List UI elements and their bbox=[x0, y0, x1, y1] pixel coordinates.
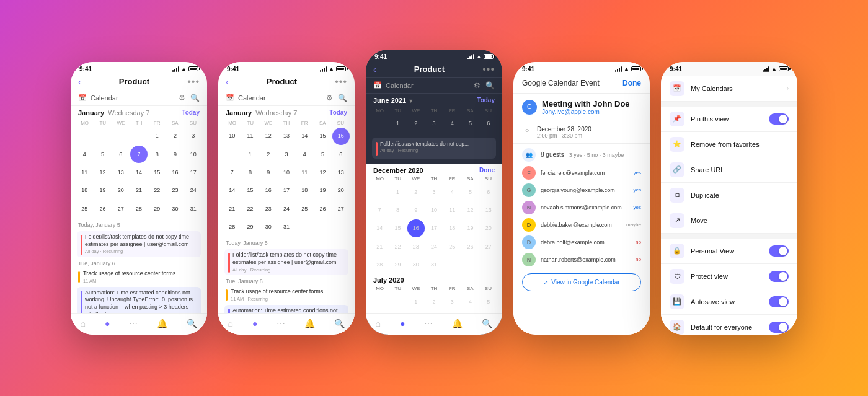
settings-row-default-all[interactable]: 🏠 Default for everyone bbox=[661, 315, 797, 335]
today-btn[interactable]: Today bbox=[329, 109, 347, 116]
task-item[interactable]: Track usage of resource center forms 11 … bbox=[71, 268, 207, 286]
done-btn[interactable]: Done bbox=[479, 167, 495, 174]
home-nav[interactable]: ⌂ bbox=[376, 319, 381, 328]
pin-toggle[interactable] bbox=[769, 113, 789, 125]
settings-row-protect[interactable]: 🛡 Protect view bbox=[661, 264, 797, 289]
battery-icon bbox=[336, 66, 346, 71]
more-button[interactable]: ••• bbox=[187, 76, 200, 87]
event-time: 2:00 pm - 3:30 pm bbox=[537, 133, 591, 139]
guest-status: yes bbox=[634, 187, 641, 193]
today-btn-dark[interactable]: Today bbox=[477, 97, 495, 103]
event-header: Google Calendar Event Done bbox=[513, 74, 650, 91]
signal-icon bbox=[320, 66, 327, 72]
bell-nav[interactable]: 🔔 bbox=[452, 319, 463, 328]
event-title-row: G Meeting with John Doe Jony.Ive@apple.c… bbox=[513, 95, 650, 119]
month-nav-light: December 2020 Done bbox=[366, 164, 502, 175]
search-nav[interactable]: 🔍 bbox=[482, 319, 492, 328]
calendar-label: Calendar bbox=[386, 82, 470, 89]
guests-header: 👥 8 guests 3 yes · 5 no · 3 maybe bbox=[513, 146, 650, 164]
task-item[interactable]: Folder/list/task templates do not copy t… bbox=[77, 231, 201, 257]
back-button[interactable]: ‹ bbox=[78, 77, 81, 87]
autosave-toggle[interactable] bbox=[769, 296, 789, 307]
header-title: Product bbox=[267, 77, 297, 86]
calendar-nav[interactable]: ● bbox=[105, 319, 110, 328]
protect-toggle[interactable] bbox=[769, 271, 789, 282]
bell-nav[interactable]: 🔔 bbox=[157, 319, 167, 328]
chevron-icon: › bbox=[787, 85, 789, 92]
guest-status: no bbox=[636, 257, 641, 262]
guest-row: N nathan.roberts@example.com no bbox=[513, 251, 650, 268]
guest-email: debra.holt@example.com bbox=[541, 239, 631, 245]
guest-row: G georgia.young@example.com yes bbox=[513, 182, 650, 199]
settings-label: Duplicate bbox=[691, 191, 789, 199]
more-button[interactable]: ••• bbox=[482, 64, 495, 75]
search-icon[interactable]: 🔍 bbox=[485, 81, 495, 90]
search-nav[interactable]: 🔍 bbox=[187, 319, 197, 328]
event-date: December 28, 2020 bbox=[537, 126, 591, 133]
signal-icon bbox=[467, 54, 474, 59]
today-btn[interactable]: Today bbox=[182, 109, 200, 116]
guest-avatar: G bbox=[522, 183, 536, 197]
day-row-1: MOTUWETHFRSASU bbox=[71, 120, 207, 126]
task-item[interactable]: Automation: Time estimated conditions no… bbox=[224, 305, 348, 313]
day-row-dark: MOTUWETHFRSASU bbox=[366, 107, 502, 114]
settings-row-share[interactable]: 🔗 Share URL bbox=[661, 157, 797, 183]
dark-section: 9:41 ▲ ‹ Product ••• 📅 Calendar bbox=[366, 50, 502, 164]
guest-avatar: N bbox=[522, 201, 536, 214]
apps-nav[interactable]: ⋯ bbox=[424, 319, 433, 328]
calendar-nav[interactable]: ● bbox=[252, 319, 257, 328]
move-icon: ↗ bbox=[670, 213, 684, 228]
view-gcal-text: View in Google Calendar bbox=[551, 279, 619, 286]
shield-icon: 🛡 bbox=[670, 269, 684, 284]
view-gcal-btn[interactable]: ↗ View in Google Calendar bbox=[522, 273, 641, 291]
month-label-dark: June 2021 ▼ bbox=[373, 97, 414, 104]
task-item[interactable]: Folder/list/task templates do not copy t… bbox=[224, 249, 348, 275]
battery-icon bbox=[779, 66, 789, 71]
settings-row-duplicate[interactable]: ⧉ Duplicate bbox=[661, 183, 797, 208]
search-icon[interactable]: 🔍 bbox=[190, 94, 200, 102]
guest-email: nathan.roberts@example.com bbox=[541, 257, 631, 263]
apps-nav[interactable]: ⋯ bbox=[277, 319, 285, 328]
wifi-icon: ▲ bbox=[624, 66, 629, 72]
task-item[interactable]: Track usage of resource center forms 11 … bbox=[218, 286, 355, 304]
settings-row-move[interactable]: ↗ Move bbox=[661, 208, 797, 234]
filter-icon[interactable]: ⚙ bbox=[326, 94, 333, 102]
more-button[interactable]: ••• bbox=[335, 76, 347, 87]
settings-list: 📅 My Calendars › 📌 Pin this view ⭐ Remov… bbox=[661, 74, 797, 335]
settings-row-calendars[interactable]: 📅 My Calendars › bbox=[661, 76, 797, 102]
sub-header-1: 📅 Calendar ⚙ 🔍 bbox=[71, 90, 207, 106]
wifi-icon: ▲ bbox=[771, 66, 777, 72]
settings-row-personal[interactable]: 🔒 Personal View bbox=[661, 239, 797, 264]
default-everyone-toggle[interactable] bbox=[769, 322, 789, 333]
time-1: 9:41 bbox=[79, 66, 92, 73]
duplicate-icon: ⧉ bbox=[670, 188, 684, 203]
external-link-icon: ↗ bbox=[543, 279, 548, 286]
home-nav[interactable]: ⌂ bbox=[228, 319, 233, 328]
filter-icon[interactable]: ⚙ bbox=[179, 94, 185, 102]
month-nav-dark: June 2021 ▼ Today bbox=[366, 94, 502, 107]
back-button[interactable]: ‹ bbox=[373, 64, 376, 74]
date-label: Tue, January 6 bbox=[218, 276, 355, 286]
search-icon[interactable]: 🔍 bbox=[338, 94, 347, 102]
clock-icon: ○ bbox=[522, 126, 532, 134]
status-icons-1: ▲ bbox=[172, 66, 198, 72]
search-nav[interactable]: 🔍 bbox=[334, 319, 345, 328]
calendar-nav[interactable]: ● bbox=[400, 319, 405, 328]
apps-nav[interactable]: ⋯ bbox=[129, 319, 138, 328]
bell-nav[interactable]: 🔔 bbox=[304, 319, 315, 328]
guest-email: nevaah.simmons@example.com bbox=[541, 205, 629, 211]
filter-icon[interactable]: ⚙ bbox=[474, 81, 480, 90]
guest-avatar: F bbox=[522, 166, 536, 180]
task-item[interactable]: Automation: Time estimated conditions no… bbox=[77, 287, 201, 313]
back-button[interactable]: ‹ bbox=[226, 77, 229, 87]
settings-row-pin[interactable]: 📌 Pin this view bbox=[661, 107, 797, 132]
personal-toggle[interactable] bbox=[769, 245, 789, 257]
task-item-dark[interactable]: Folder/list/task templates do not cop...… bbox=[372, 138, 496, 159]
guests-icon: 👥 bbox=[522, 148, 536, 162]
divider bbox=[513, 121, 650, 121]
home-nav[interactable]: ⌂ bbox=[81, 319, 86, 328]
settings-row-favorites[interactable]: ⭐ Remove from favorites bbox=[661, 132, 797, 157]
done-btn[interactable]: Done bbox=[622, 79, 641, 87]
settings-row-autosave[interactable]: 💾 Autosave view bbox=[661, 289, 797, 315]
bottom-nav-2: ⌂ ● ⋯ 🔔 🔍 bbox=[218, 313, 355, 335]
